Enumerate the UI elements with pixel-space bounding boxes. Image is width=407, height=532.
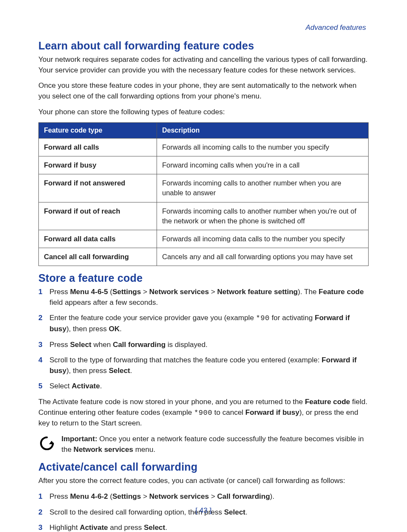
list-item: Press Menu 4-6-2 (Settings > Network ser… — [38, 492, 369, 502]
text: . — [130, 367, 132, 375]
ordered-steps: Press Menu 4-6-5 (Settings > Network ser… — [38, 287, 369, 392]
bold-text: Network services — [73, 445, 133, 454]
important-label: Important: — [61, 435, 97, 443]
header-section-label: Advanced features — [38, 23, 369, 32]
list-item: Select Activate. — [38, 381, 369, 392]
bold-text: Menu 4-6-2 — [70, 492, 108, 500]
text: and press — [108, 523, 144, 532]
text: ), then press — [67, 325, 109, 333]
text: Highlight — [49, 523, 80, 532]
text: . — [100, 382, 102, 390]
text: when — [91, 341, 113, 349]
list-item: Press Select when Call forwarding is dis… — [38, 340, 369, 350]
bold-text: OK — [109, 325, 120, 333]
text: ), then press — [67, 367, 109, 375]
text: Select — [49, 382, 72, 390]
bold-text: Menu 4-6-5 — [70, 288, 108, 296]
text: Scroll to the type of forwarding that ma… — [49, 356, 322, 364]
list-item: Highlight Activate and press Select. — [38, 523, 369, 532]
bold-text: Activate — [72, 382, 100, 390]
table-header-row: Feature code type Description — [39, 123, 369, 139]
list-item: Enter the feature code your service prov… — [38, 313, 369, 334]
bold-text: Settings — [112, 288, 141, 296]
heading-feature-codes: Learn about call forwarding feature code… — [38, 40, 369, 52]
table-cell-desc: Forwards incoming calls to another numbe… — [157, 174, 369, 202]
feature-code-table: Feature code type Description Forward al… — [38, 122, 369, 266]
bold-text: Feature code — [305, 398, 350, 406]
table-header-cell: Description — [157, 123, 369, 139]
text: > — [141, 288, 149, 296]
table-header-cell: Feature code type — [39, 123, 157, 139]
text: is displayed. — [166, 341, 207, 349]
text: ). — [270, 492, 274, 500]
bold-text: Activate — [80, 523, 108, 532]
bold-text: Call forwarding — [217, 492, 270, 500]
paragraph: Your phone can store the following types… — [38, 107, 369, 118]
table-cell-desc: Forwards all incoming data calls to the … — [157, 230, 369, 248]
bold-text: Network feature setting — [217, 288, 298, 296]
important-note: Important: Once you enter a network feat… — [38, 434, 369, 455]
text: ). The — [298, 288, 319, 296]
table-row: Forward if out of reach Forwards incomin… — [39, 202, 369, 230]
bold-text: Select — [70, 341, 91, 349]
text: Press — [49, 341, 70, 349]
table-row: Forward all calls Forwards all incoming … — [39, 139, 369, 156]
bold-text: Select — [109, 367, 130, 375]
svg-marker-0 — [49, 441, 54, 444]
table-row: Forward all data calls Forwards all inco… — [39, 230, 369, 248]
table-row: Forward if busy Forward incoming calls w… — [39, 156, 369, 174]
page-number: [ 43 ] — [0, 506, 407, 515]
text: The Activate feature code is now stored … — [38, 398, 305, 406]
bold-text: Settings — [112, 492, 141, 500]
heading-store-code: Store a feature code — [38, 272, 369, 284]
table-cell-type: Forward all data calls — [39, 230, 157, 248]
table-cell-type: Forward if busy — [39, 156, 157, 174]
bold-text: Feature code — [319, 288, 364, 296]
code-text: *90 — [256, 314, 270, 322]
table-row: Cancel all call forwarding Cancels any a… — [39, 248, 369, 266]
text: to cancel — [212, 408, 246, 416]
text: . — [165, 523, 167, 532]
code-text: *900 — [194, 409, 212, 417]
bold-text: Forward if busy — [245, 408, 299, 416]
table-cell-desc: Cancels any and all call forwarding opti… — [157, 248, 369, 266]
table-cell-type: Cancel all call forwarding — [39, 248, 157, 266]
text: for activating — [270, 314, 315, 322]
paragraph: After you store the correct feature code… — [38, 476, 369, 486]
table-cell-desc: Forwards all incoming calls to the numbe… — [157, 139, 369, 156]
bold-text: Network services — [149, 492, 209, 500]
table-cell-desc: Forwards incoming calls to another numbe… — [157, 202, 369, 230]
table-cell-type: Forward if not answered — [39, 174, 157, 202]
text: menu. — [133, 445, 155, 454]
text: > — [141, 492, 149, 500]
text: ( — [108, 492, 112, 500]
text: Enter the feature code your service prov… — [49, 314, 256, 322]
table-cell-type: Forward if out of reach — [39, 202, 157, 230]
table-row: Forward if not answered Forwards incomin… — [39, 174, 369, 202]
note-cycle-arrow-icon — [38, 435, 55, 452]
text: > — [209, 288, 217, 296]
list-item: Press Menu 4-6-5 (Settings > Network ser… — [38, 287, 369, 308]
bold-text: Select — [144, 523, 165, 532]
text: Press — [49, 492, 70, 500]
heading-activate-cancel: Activate/cancel call forwarding — [38, 461, 369, 473]
text: Press — [49, 288, 70, 296]
bold-text: Network services — [149, 288, 209, 296]
paragraph: Your network requires separate codes for… — [38, 55, 369, 75]
table-cell-desc: Forward incoming calls when you're in a … — [157, 156, 369, 174]
note-text: Important: Once you enter a network feat… — [61, 434, 369, 455]
paragraph: The Activate feature code is now stored … — [38, 397, 369, 429]
text: field appears after a few seconds. — [49, 298, 158, 306]
list-item: Scroll to the type of forwarding that ma… — [38, 355, 369, 376]
table-cell-type: Forward all calls — [39, 139, 157, 156]
text: > — [209, 492, 217, 500]
paragraph: Once you store these feature codes in yo… — [38, 81, 369, 101]
bold-text: Call forwarding — [113, 341, 166, 349]
text: ( — [108, 288, 112, 296]
text: . — [119, 325, 122, 333]
document-page: Advanced features Learn about call forwa… — [0, 0, 407, 532]
